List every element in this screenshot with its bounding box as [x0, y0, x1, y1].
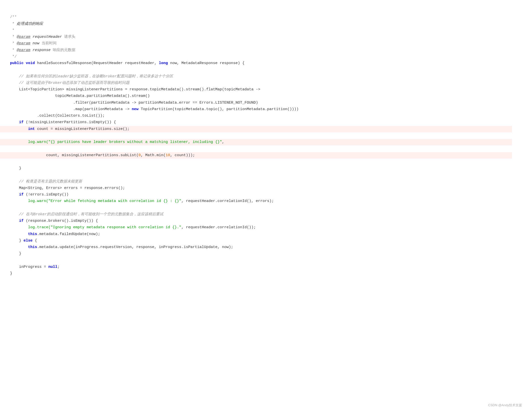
code-block: /** * 处理成功的响应 * * @param requestHeader 请… [10, 8, 522, 284]
code-container: /** * 处理成功的响应 * * @param requestHeader 请… [0, 0, 532, 413]
watermark: CSDN @Andy技术支援 [488, 403, 522, 408]
